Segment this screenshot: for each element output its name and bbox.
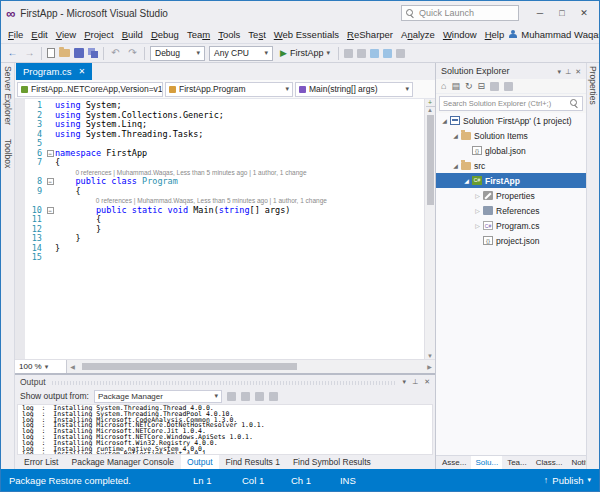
menu-file[interactable]: File [4, 28, 27, 41]
scrollbar-thumb[interactable] [427, 115, 434, 205]
save-all-icon[interactable] [88, 48, 98, 58]
se-tab-class[interactable]: Class... [532, 456, 567, 469]
panel-tab-error-list[interactable]: Error List [18, 455, 64, 469]
find-message-icon[interactable] [227, 392, 236, 401]
panel-tab-find-symbol-results[interactable]: Find Symbol Results [287, 455, 377, 469]
close-icon[interactable]: ✕ [424, 378, 430, 385]
menu-tools[interactable]: Tools [214, 28, 244, 41]
scroll-right-icon[interactable]: ▶ [424, 363, 435, 370]
comment-icon[interactable] [370, 49, 379, 58]
close-icon[interactable]: ✕ [79, 68, 86, 76]
member-dropdown[interactable]: Main(string[] args) ▾ [295, 82, 413, 97]
code-line[interactable]: { [55, 158, 60, 168]
output-log[interactable]: log : Installing System.Threading.Thread… [17, 404, 433, 455]
menu-web-essentials[interactable]: Web Essentials [270, 28, 343, 41]
navigate-forward-icon[interactable]: → [23, 48, 36, 58]
window-position-icon[interactable]: ▾ [403, 378, 407, 385]
quick-launch-input[interactable]: Quick Launch [401, 5, 519, 21]
refresh-icon[interactable]: ↻ [465, 81, 473, 91]
clear-all-icon[interactable] [255, 392, 264, 401]
scroll-left-icon[interactable]: ◀ [67, 363, 78, 370]
project-dropdown[interactable]: FirstApp..NETCoreApp,Version=v1... ▾ [17, 82, 163, 97]
type-dropdown[interactable]: FirstApp.Program ▾ [165, 82, 293, 97]
document-tab-program-cs[interactable]: Program.cs ✕ [16, 63, 92, 80]
navigate-back-icon[interactable]: ← [6, 48, 19, 58]
tree-item-firstapp[interactable]: ◢FirstApp [436, 173, 586, 188]
editor-horizontal-scrollbar[interactable]: ◀ ▶ [67, 360, 435, 373]
scrollbar-thumb[interactable] [82, 363, 297, 370]
tree-collapse-icon[interactable]: ◢ [451, 133, 460, 139]
tree-item-references[interactable]: ▷References [436, 203, 586, 218]
menu-team[interactable]: Team [183, 28, 214, 41]
tab-server-explorer[interactable]: Server Explorer [3, 66, 13, 125]
attach-process-icon[interactable] [344, 49, 353, 58]
tree-collapse-icon[interactable]: ◢ [440, 118, 449, 124]
se-tab-solu[interactable]: Solu... [471, 456, 502, 469]
scrollbar-track[interactable] [78, 360, 424, 373]
output-source-select[interactable]: Package Manager ▾ [94, 390, 222, 403]
user-account-button[interactable]: Muhammad Waqas ▾ [508, 29, 600, 40]
word-wrap-icon[interactable] [269, 392, 278, 401]
pin-icon[interactable]: ⊥ [565, 68, 571, 75]
preview-selected-icon[interactable] [504, 82, 513, 91]
code-line[interactable]: { [55, 187, 81, 197]
show-all-files-icon[interactable]: ▤ [451, 81, 460, 91]
undo-icon[interactable]: ↶ [109, 48, 122, 58]
close-button[interactable]: ✕ [574, 4, 594, 22]
maximize-button[interactable]: □ [552, 4, 572, 22]
solution-explorer-title-bar[interactable]: Solution Explorer ▾ ⊥ ✕ [436, 63, 586, 79]
se-tab-asse[interactable]: Asse... [438, 456, 470, 469]
breakpoint-margin[interactable] [15, 99, 25, 359]
menu-test[interactable]: Test [244, 28, 269, 41]
tree-expand-icon[interactable]: ▷ [473, 208, 482, 214]
tree-item-solution-items[interactable]: ◢Solution Items [436, 128, 586, 143]
panel-tab-find-results-1[interactable]: Find Results 1 [220, 455, 286, 469]
window-position-icon[interactable]: ▾ [558, 68, 562, 75]
tree-item-global-json[interactable]: global.json [436, 143, 586, 158]
solution-platform-select[interactable]: Any CPU ▾ [209, 46, 273, 61]
open-file-icon[interactable] [59, 49, 70, 57]
start-debugging-button[interactable]: ▶ FirstApp ▾ [277, 48, 333, 58]
minimize-button[interactable]: ─ [530, 4, 550, 22]
publish-button[interactable]: ↑ Publish ▾ [544, 475, 591, 486]
scroll-up-icon[interactable]: ▲ [427, 107, 433, 113]
panel-tab-package-manager-console[interactable]: Package Manager Console [65, 455, 180, 469]
tree-item-project-json[interactable]: project.json [436, 233, 586, 248]
home-icon[interactable]: ⌂ [441, 81, 446, 91]
collapse-all-icon[interactable]: ⊟ [478, 81, 486, 91]
tree-collapse-icon[interactable]: ◢ [451, 163, 460, 169]
code-editor[interactable]: 1using System;2using System.Collections.… [15, 99, 435, 359]
se-tab-tea[interactable]: Tea... [503, 456, 531, 469]
tree-expand-icon[interactable]: ▷ [473, 223, 482, 229]
panel-drag-handle[interactable] [52, 381, 397, 385]
output-title-bar[interactable]: Output ▾ ⊥ ✕ [15, 375, 435, 388]
tree-item-properties[interactable]: ▷Properties [436, 188, 586, 203]
menu-analyze[interactable]: Analyze [397, 28, 439, 41]
menu-edit[interactable]: Edit [27, 28, 51, 41]
menu-build[interactable]: Build [118, 28, 147, 41]
solution-search-input[interactable]: Search Solution Explorer (Ctrl+;) [439, 96, 583, 111]
panel-tab-output[interactable]: Output [181, 455, 219, 469]
close-icon[interactable]: ✕ [575, 68, 581, 75]
tree-expand-icon[interactable]: ▷ [473, 193, 482, 199]
zoom-select[interactable]: 100 % ▾ [15, 360, 67, 373]
toolbar-options-icon[interactable] [396, 49, 405, 58]
split-editor-icon[interactable]: + [426, 99, 435, 107]
uncomment-icon[interactable] [383, 49, 392, 58]
build-solution-icon[interactable] [357, 49, 366, 58]
tree-collapse-icon[interactable]: ◢ [462, 178, 471, 184]
new-file-icon[interactable] [47, 48, 55, 58]
code-line[interactable]: } [55, 244, 60, 254]
code-line[interactable]: namespace FirstApp [55, 149, 147, 159]
save-icon[interactable] [74, 48, 84, 58]
editor-vertical-scrollbar[interactable]: + ▲ ▼ [424, 99, 435, 359]
menu-debug[interactable]: Debug [147, 28, 183, 41]
menu-view[interactable]: View [52, 28, 80, 41]
fold-toggle-icon[interactable]: − [47, 178, 54, 185]
code-line[interactable]: using System.Threading.Tasks; [55, 130, 203, 140]
goto-message-icon[interactable] [241, 392, 250, 401]
tree-item-solution-firstapp-1-project[interactable]: ◢Solution 'FirstApp' (1 project) [436, 113, 586, 128]
menu-window[interactable]: Window [439, 28, 481, 41]
properties-icon[interactable] [490, 82, 499, 91]
fold-toggle-icon[interactable]: − [47, 207, 54, 214]
